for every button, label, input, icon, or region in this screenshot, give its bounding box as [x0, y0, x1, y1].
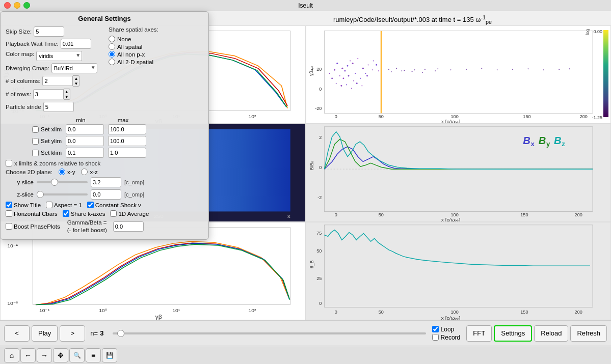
home-button[interactable]: ⌂ [4, 348, 19, 362]
svg-text:0: 0 [319, 165, 322, 170]
colormap-select[interactable]: viridis plasma magma [36, 51, 82, 61]
spatial-non-px-radio[interactable] [109, 51, 115, 58]
svg-point-63 [411, 71, 412, 72]
timeline-slider[interactable] [113, 332, 426, 334]
klim-row: Set klim [6, 148, 203, 158]
xlim-min-input[interactable] [66, 124, 104, 134]
one-d-avg-checkbox[interactable] [110, 210, 117, 217]
minimize-button[interactable] [14, 2, 20, 9]
loop-item[interactable]: Loop [432, 326, 461, 333]
columns-down-btn[interactable]: ▼ [73, 81, 79, 86]
show-title-checkbox[interactable] [6, 202, 12, 208]
klim-max-input[interactable] [108, 148, 146, 158]
close-button[interactable] [4, 2, 11, 9]
spatial-all-radio[interactable] [109, 43, 115, 50]
spatial-non-px-option[interactable]: All non p-x [109, 51, 203, 58]
spatial-all-option[interactable]: All spatial [109, 43, 203, 50]
xlim-max-input[interactable] [108, 124, 146, 134]
share-k-axes-check[interactable]: Share k-axes [63, 210, 105, 217]
zoom-button[interactable]: 🔍 [69, 348, 85, 362]
y-slice-label: y-slice [6, 179, 34, 185]
reload-button[interactable]: Reload [534, 325, 568, 342]
plot-mid-right[interactable]: B x B y B z 2 0 -2 0 50 100 150 200 x [c… [306, 124, 612, 222]
fft-button[interactable]: FFT [466, 325, 492, 342]
next-button[interactable]: > [60, 325, 85, 342]
diverging-select[interactable]: BuYlRd RdBu [51, 63, 97, 73]
colorbar-label-top: 0.00 [593, 29, 602, 34]
gamma-label: Gamma/Beta =(- for left boost) [67, 219, 107, 234]
plane-xy-radio[interactable] [59, 169, 65, 175]
svg-point-62 [401, 70, 402, 71]
plane-xz-radio[interactable] [81, 169, 88, 175]
rows-down-btn[interactable]: ▼ [64, 94, 70, 99]
svg-text:0: 0 [334, 114, 337, 119]
spatial-none-option[interactable]: None [109, 36, 203, 42]
svg-point-24 [367, 64, 368, 65]
y-slice-row: y-slice [c_omp] [6, 177, 203, 187]
min-header: min [62, 117, 100, 123]
loop-checkbox[interactable] [432, 326, 439, 332]
columns-label: # of columns: [6, 78, 40, 84]
rows-input[interactable] [33, 89, 64, 99]
forward-button[interactable]: → [37, 348, 52, 362]
playback-wait-input[interactable] [61, 39, 91, 49]
show-title-check[interactable]: Show Title [6, 202, 41, 208]
boost-checkbox[interactable] [6, 223, 12, 230]
gamma-input[interactable] [113, 221, 144, 232]
aspect-check[interactable]: Aspect = 1 [46, 202, 82, 208]
spatial-2d-option[interactable]: All 2-D spatial [109, 59, 203, 65]
plane-xy-option[interactable]: x-y [59, 169, 75, 175]
spatial-2d-radio[interactable] [109, 59, 115, 65]
plot-bot-right[interactable]: 75 50 25 0 0 50 100 150 200 x [c/ωₚₑ] θ_… [306, 222, 612, 320]
constant-shock-check[interactable]: Constant Shock v [87, 202, 141, 208]
prev-button[interactable]: < [4, 325, 30, 342]
y-slice-slider[interactable] [37, 181, 88, 183]
set-xlim-checkbox[interactable] [32, 126, 39, 133]
maximize-button[interactable] [23, 2, 30, 9]
plane-xz-option[interactable]: x-z [81, 169, 97, 175]
columns-stepper: ▲ ▼ [73, 75, 79, 87]
traffic-lights [4, 2, 30, 9]
svg-point-27 [334, 69, 335, 71]
record-item[interactable]: Record [432, 334, 461, 341]
rows-up-btn[interactable]: ▲ [64, 89, 70, 94]
back-button[interactable]: ← [20, 348, 36, 362]
config-button[interactable]: ≡ [86, 348, 101, 362]
svg-text:0: 0 [334, 310, 337, 315]
aspect-checkbox[interactable] [46, 202, 52, 208]
spatial-none-radio[interactable] [109, 36, 115, 42]
svg-text:y: y [546, 140, 550, 148]
skip-size-input[interactable] [34, 26, 64, 37]
z-slice-input[interactable] [91, 189, 121, 200]
plot-top-right[interactable]: 0 50 100 150 200 x [c/ωₚₑ] 20 0 -20 γβ₃,… [306, 25, 612, 124]
move-button[interactable]: ✥ [53, 348, 68, 362]
svg-text:x [c/ωₚₑ]: x [c/ωₚₑ] [441, 119, 460, 123]
play-button[interactable]: Play [32, 325, 58, 342]
one-d-avg-check[interactable]: 1D Average [110, 210, 149, 217]
settings-button[interactable]: Settings [494, 325, 532, 342]
set-klim-checkbox[interactable] [32, 150, 39, 156]
record-checkbox[interactable] [432, 334, 439, 341]
boost-check[interactable]: Boost PhasePlots [6, 223, 60, 230]
save-button[interactable]: 💾 [102, 348, 117, 362]
constant-shock-checkbox[interactable] [87, 202, 94, 208]
ylim-min-input[interactable] [66, 136, 104, 146]
refresh-button[interactable]: Refresh [570, 325, 607, 342]
z-slice-row: z-slice [c_omp] [6, 189, 203, 200]
horizontal-cbars-checkbox[interactable] [6, 210, 12, 217]
klim-min-input[interactable] [66, 148, 104, 158]
y-slice-input[interactable] [91, 177, 121, 187]
share-k-axes-checkbox[interactable] [63, 210, 69, 217]
main-area: General Settings Skip Size: Playback Wai… [0, 11, 611, 320]
ylim-max-input[interactable] [108, 136, 146, 146]
set-ylim-checkbox[interactable] [32, 138, 39, 145]
z-slice-slider[interactable] [37, 193, 88, 195]
columns-up-btn[interactable]: ▲ [73, 76, 79, 81]
columns-input[interactable] [42, 76, 73, 86]
svg-point-39 [340, 85, 342, 87]
particle-stride-input[interactable] [43, 102, 74, 112]
x-limits-checkbox[interactable] [6, 160, 12, 166]
horizontal-cbars-check[interactable]: Horizontal Cbars [6, 210, 58, 217]
svg-text:x: x [530, 140, 535, 148]
svg-point-55 [496, 69, 497, 70]
